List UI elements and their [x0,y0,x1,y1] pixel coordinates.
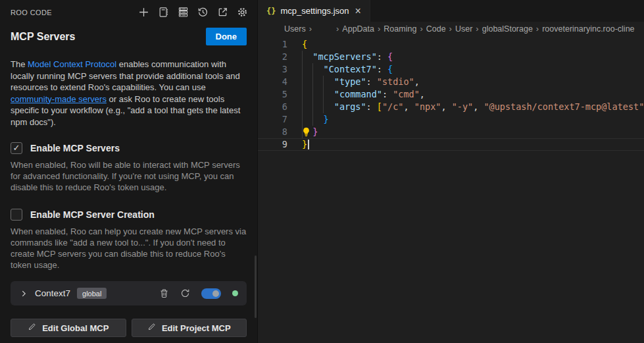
breadcrumb-item[interactable]: User [455,24,472,34]
pencil-icon [28,323,36,333]
code-editor[interactable]: 1{2 "mcpServers": {3 "Context7": {4 "typ… [258,36,644,343]
edit-project-mcp-button[interactable]: Edit Project MCP [132,319,247,337]
text-cursor [308,140,309,149]
code-line-7[interactable]: 7 } [258,113,644,126]
breadcrumb-item[interactable]: globalStorage [482,24,533,34]
line-number: 2 [258,51,287,63]
notebook-icon [158,7,169,18]
plus-icon [138,7,149,18]
prompts-button[interactable] [158,7,169,18]
edit-global-mcp-button[interactable]: Edit Global MCP [11,319,126,337]
external-link-icon [217,7,228,18]
enable-mcp-creation-section: Enable MCP Server Creation When enabled,… [11,209,247,271]
breadcrumb-item[interactable]: Roaming [384,24,416,34]
intro-segment: The [11,59,28,69]
enable-mcp-creation-label: Enable MCP Server Creation [30,209,155,220]
code-line-5[interactable]: 5 "command": "cmd", [258,88,644,101]
enable-mcp-servers-row[interactable]: Enable MCP Servers [11,142,247,154]
code-line-2[interactable]: 2 "mcpServers": { [258,51,644,63]
line-number: 5 [258,88,287,101]
new-task-button[interactable] [138,7,149,18]
intro-text: The Model Context Protocol enables commu… [11,59,246,128]
trash-icon [159,288,169,298]
enable-mcp-servers-label: Enable MCP Servers [30,143,120,153]
toggle-knob [212,290,219,297]
mcp-edit-buttons: Edit Global MCP Edit Project MCP [11,319,247,337]
line-content: { [287,38,307,51]
breadcrumb-item[interactable]: Users [284,24,306,34]
panel-top-bar: ROO CODE [0,0,257,18]
mcp-servers-button[interactable] [178,7,189,18]
breadcrumb-item[interactable]: AppData [342,24,374,34]
settings-button[interactable] [237,7,248,18]
line-number: 8 [258,126,287,138]
tab-filename: mcp_settings.json [280,6,349,16]
refresh-icon [180,288,190,298]
code-line-3[interactable]: 3 "Context7": { [258,63,644,76]
line-content: "mcpServers": { [287,51,393,63]
breadcrumb-item[interactable]: Code [426,24,446,34]
breadcrumb-separator: › [309,24,312,34]
line-content: "type": "stdio", [287,76,420,88]
line-content: } [287,138,309,151]
gear-icon [237,7,248,18]
community-servers-link[interactable]: community-made servers [11,94,107,104]
roo-code-panel: ROO CODE [0,0,258,343]
line-number: 1 [258,38,287,51]
history-icon [197,7,209,18]
server-enabled-toggle[interactable] [201,288,221,299]
history-button[interactable] [197,7,209,18]
breadcrumb-separator: › [420,24,422,34]
brand-label: ROO CODE [11,9,52,16]
line-number: 6 [258,101,287,113]
breadcrumb-separator: › [476,24,478,34]
tab-mcp-settings-json[interactable]: {} mcp_settings.json × [258,0,370,22]
breadcrumb: Users››AppData›Roaming›Code›User›globalS… [258,22,644,36]
enable-mcp-creation-checkbox[interactable] [11,209,22,221]
line-number: 9 [258,138,287,151]
open-in-editor-button[interactable] [217,7,228,18]
code-lines: 1{2 "mcpServers": {3 "Context7": {4 "typ… [258,38,644,151]
code-line-9[interactable]: 9} [258,138,644,151]
tab-close-button[interactable]: × [354,6,362,16]
line-number: 3 [258,63,287,76]
breadcrumb-separator: › [449,24,452,34]
enable-mcp-servers-section: Enable MCP Servers When enabled, Roo wil… [11,142,247,193]
server-row-actions [159,288,238,299]
line-number: 7 [258,113,287,126]
enable-mcp-servers-checkbox[interactable] [11,142,22,154]
tab-bar: {} mcp_settings.json × [258,0,644,22]
restart-server-button[interactable] [180,288,190,298]
delete-server-button[interactable] [159,288,169,298]
edit-project-mcp-label: Edit Project MCP [162,323,231,333]
sidebar-scrollbar[interactable] [255,255,257,318]
code-line-1[interactable]: 1{ [258,38,644,51]
vscode-window: ROO CODE [0,0,644,343]
breadcrumb-item[interactable]: rooveterinaryinc.roo-cline [542,24,634,34]
enable-mcp-creation-description: When enabled, Roo can help you create ne… [11,226,247,271]
server-row-context7[interactable]: Context7 global [11,281,247,305]
line-content: "Context7": { [287,63,393,76]
enable-mcp-creation-row[interactable]: Enable MCP Server Creation [11,209,247,221]
json-file-icon: {} [266,7,276,16]
line-number: 4 [258,76,287,88]
server-status-dot [232,290,238,296]
breadcrumb-separator: › [536,24,539,34]
enable-mcp-servers-description: When enabled, Roo will be able to intera… [11,159,247,193]
done-button[interactable]: Done [206,28,247,45]
panel-toolbar [138,7,248,18]
code-line-4[interactable]: 4 "type": "stdio", [258,76,644,88]
chevron-right-icon[interactable] [19,289,28,298]
code-line-6[interactable]: 6 "args": ["/c", "npx", "-y", "@upstash/… [258,101,644,113]
server-stack-icon [178,7,189,18]
model-context-protocol-link[interactable]: Model Context Protocol [28,59,116,69]
line-content: } [287,113,329,126]
breadcrumb-separator: › [378,24,380,34]
editor-pane: {} mcp_settings.json × Users››AppData›Ro… [258,0,644,343]
server-name: Context7 [35,288,70,298]
code-line-8[interactable]: 8} [258,126,644,138]
line-content: "command": "cmd", [287,88,425,101]
line-content: "args": ["/c", "npx", "-y", "@upstash/co… [287,101,644,113]
edit-global-mcp-label: Edit Global MCP [42,323,109,333]
panel-header: MCP Servers Done [11,28,247,45]
